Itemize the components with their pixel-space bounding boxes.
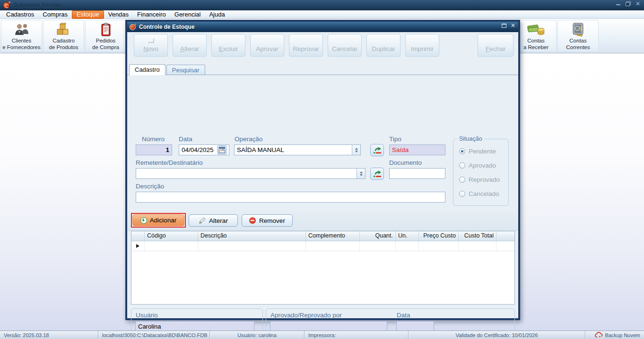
toolbar-label: a Receber [523,44,548,51]
toolbar-pedidos-compra[interactable]: Pedidos de Compra [85,20,126,52]
situacao-groupbox: Situação Pendente Aprovado Reprovado Can… [453,139,509,206]
descricao-field[interactable] [136,192,445,203]
menu-ajuda[interactable]: Ajuda [205,10,229,19]
application-window: Datacaixa Gestão ✕ Cadastros Compras Est… [0,0,644,339]
imprimir-button[interactable]: Imprimir [405,34,439,57]
radio-pendente[interactable]: Pendente [459,148,496,155]
alterar-item-button[interactable]: Alterar [189,214,238,227]
menu-compras[interactable]: Compras [38,10,72,19]
lookup-arrow-icon [373,147,382,154]
usuario-label: Usuário [136,312,158,319]
remetente-lookup-button[interactable] [370,168,384,180]
items-grid[interactable]: Código Descrição Complemento Quant. Un. … [131,231,515,305]
remetente-label: Remetente/Destinatário [136,159,203,166]
status-backup-nuvem[interactable]: Backup Nuvem [585,331,644,339]
menu-vendas[interactable]: Vendas [104,10,133,19]
alterar-button[interactable]: Alterar [173,34,207,57]
excluir-label: Excluir [219,45,238,52]
dialog-toolbar: Novo Alterar Excluir Aprovar Reprovar Ca… [127,34,518,60]
duplicar-button[interactable]: Duplicar [366,34,400,57]
radio-aprovado[interactable]: Aprovado [459,162,496,169]
operacao-spinner[interactable] [352,145,360,155]
aprovar-button[interactable]: Aprovar [250,34,284,57]
tab-cadastro[interactable]: Cadastro [129,64,165,75]
toolbar-contas-receber[interactable]: Contas a Receber [515,20,557,52]
radio-icon [459,177,465,183]
status-versao: Versão: 2025.03.18 [0,331,98,339]
data-field[interactable]: 04/04/2025 15 [179,144,229,155]
novo-label: Novo [143,45,158,52]
toolbar-label: Contas [527,38,544,44]
app-title: Datacaixa Gestão [14,2,61,8]
controle-de-estoque-dialog: Controle de Estoque ✕ Novo Alterar Exclu… [125,20,520,320]
remetente-combo[interactable] [136,168,366,179]
column-header-quant: Quant. [360,231,396,241]
dialog-titlebar: Controle de Estoque ✕ [127,22,518,32]
novo-button[interactable]: Novo [134,34,168,57]
documento-field[interactable] [389,168,445,179]
column-header-descricao: Descrição [198,231,306,241]
plus-icon [140,217,147,224]
operacao-label: Operação [235,136,262,143]
fechar-button[interactable]: Fechar [478,34,513,57]
column-header-un: Un. [396,231,419,241]
duplicar-label: Duplicar [372,45,395,52]
radio-reprovado[interactable]: Reprovado [459,176,500,183]
dialog-close-icon[interactable]: ✕ [511,24,515,28]
operacao-combo[interactable]: SAÍDA MANUAL [234,144,361,155]
dialog-title: Controle de Estoque [139,24,194,30]
minimize-button[interactable] [616,1,621,6]
column-header-codigo: Código [145,231,198,241]
app-logo-icon [3,2,10,9]
grid-empty-row[interactable] [131,241,514,251]
cancelar-button[interactable]: Cancelar [328,34,362,57]
situacao-title: Situação [457,136,484,142]
aprovado-por-label: Aprovado/Reprovado por [270,312,342,319]
column-header-indicator [131,231,145,241]
toolbar-contas-correntes[interactable]: Contas Correntes [557,20,599,52]
aprovacao-data-label: Data [397,312,410,319]
alterar-label: Alterar [180,45,199,52]
radio-cancelado[interactable]: Cancelado [459,190,499,197]
remetente-spinner[interactable] [357,169,365,178]
checking-accounts-icon [571,22,586,38]
calendar-button[interactable]: 15 [218,145,226,154]
toolbar-label: e Fornecedores [2,44,41,51]
tab-strip: Cadastro Pesquisar [129,64,206,75]
dialog-maximize-button[interactable] [502,24,506,28]
toolbar-label: Correntes [566,44,590,51]
excluir-button[interactable]: Excluir [211,34,245,57]
column-header-custo-total: Custo Total [459,231,496,241]
close-button[interactable]: ✕ [635,1,640,6]
adicionar-highlight-box: Adicionar [131,213,186,228]
backup-cloud-icon [595,332,603,338]
status-banco: localhost/3050:C:\Datacaixa\BD\BANCO.FDB [98,331,210,339]
toolbar-label: Pedidos [96,38,116,44]
menu-cadastros[interactable]: Cadastros [2,10,38,19]
operacao-lookup-button[interactable] [370,144,384,156]
toolbar-label: de Produtos [49,44,78,51]
toolbar-label: Clientes [12,38,32,44]
row-indicator-cell [131,241,145,251]
grid-header: Código Descrição Complemento Quant. Un. … [131,231,514,241]
tab-pesquisar[interactable]: Pesquisar [166,65,205,75]
menu-estoque[interactable]: Estoque [72,10,104,19]
column-header-preco-custo: Preço Custo [419,231,459,241]
menu-gerencial[interactable]: Gerencial [170,10,205,19]
products-icon [56,22,72,38]
fechar-label: Fechar [486,45,505,52]
reprovar-button[interactable]: Reprovar [289,34,323,57]
app-titlebar: Datacaixa Gestão ✕ [0,0,644,10]
adicionar-button[interactable]: Adicionar [132,214,184,226]
aprovacao-data-field [396,321,434,331]
toolbar-clientes-fornecedores[interactable]: Clientes e Fornecedores [1,20,42,52]
aprovado-por-field [270,321,387,331]
toolbar-cadastro-produtos[interactable]: Cadastro de Produtos [43,20,84,52]
restore-button[interactable] [626,1,631,6]
remover-button[interactable]: Remover [242,214,293,227]
toolbar-label: Cadastro [52,38,75,44]
calendar-icon: 15 [219,147,225,153]
menu-financeiro[interactable]: Financeiro [133,10,170,19]
documento-label: Documento [389,159,422,166]
radio-icon [459,191,465,197]
